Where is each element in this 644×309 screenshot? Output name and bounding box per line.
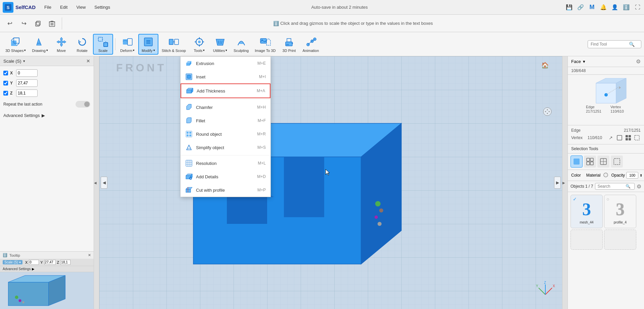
sel-arrow-icon[interactable]: ↗ (607, 134, 614, 141)
find-tool-search[interactable]: 🔍 (588, 40, 641, 48)
object-card-profile4[interactable]: ○ 3 profile_4 (604, 195, 636, 228)
menu-settings[interactable]: Settings (91, 3, 113, 11)
tool-utilities[interactable]: Utilities ▾ (210, 35, 230, 54)
utilities-icon (214, 36, 226, 48)
find-tool-input[interactable] (591, 42, 628, 47)
tool-3d-shapes[interactable]: 3D Shapes ▾ (3, 35, 29, 54)
tooltip-close[interactable]: ✕ (88, 253, 91, 257)
dropdown-resolution[interactable]: Resolution M+L (181, 157, 270, 170)
left-collapse-btn[interactable]: ◀ (94, 56, 99, 309)
logo-text: SelfCAD (15, 4, 36, 10)
viewport-left-nav[interactable]: ◀ (101, 177, 107, 189)
y-label: Y (10, 81, 14, 85)
sel-multi-btn[interactable] (584, 156, 596, 168)
dropdown-extrusion[interactable]: Extrusion M+E (181, 57, 270, 70)
tool-animation[interactable]: Animation (300, 35, 321, 54)
dropdown-simplify-object[interactable]: Simplify object M+S (181, 141, 270, 154)
add-thickness-label: Add Thickness (197, 88, 225, 94)
modify-label-row: Modify ▾ (142, 48, 155, 53)
dropdown-add-thickness[interactable]: Add Thickness M+A (181, 83, 270, 98)
menu-edit[interactable]: Edit (57, 3, 71, 11)
viewport-right-nav[interactable]: ▶ (554, 177, 561, 189)
sel-solid-btn[interactable] (611, 156, 623, 168)
gear-button[interactable]: ⚙ (636, 58, 641, 65)
tool-scale[interactable]: Scale (93, 34, 113, 55)
dropdown-inset[interactable]: Inset M+I (181, 70, 270, 83)
tool-stitch-scoop[interactable]: Stitch & Scoop (159, 35, 189, 54)
dropdown-cut-with-profile[interactable]: Cut with profile M+P (181, 183, 270, 197)
round-object-left: Round object (185, 130, 222, 138)
mini-advanced-caret: ▶ (32, 267, 35, 271)
dropdown-round-object[interactable]: Round object M+R (181, 127, 270, 141)
mini-y-input[interactable] (44, 260, 56, 265)
copy-button[interactable] (32, 18, 44, 29)
tool-tools[interactable]: Tools ▾ (189, 35, 209, 54)
opacity-input[interactable] (626, 172, 638, 179)
x-input[interactable] (16, 69, 38, 77)
object-card-mesh44[interactable]: ✓ 3 mesh_44 (571, 195, 603, 228)
material-button[interactable] (603, 172, 608, 179)
save-icon[interactable]: 💾 (565, 4, 573, 11)
y-checkbox[interactable] (3, 81, 8, 85)
info-icon[interactable]: ℹ️ (623, 4, 630, 11)
x-checkbox[interactable] (3, 71, 8, 75)
opacity-spinner[interactable]: ⬆ (640, 174, 642, 177)
left-nav-button[interactable]: ◀ (101, 177, 107, 189)
right-nav-button[interactable]: ▶ (554, 177, 561, 189)
z-input[interactable] (16, 89, 38, 97)
vertex-row: Vertex 110/610 ↗ (571, 134, 641, 141)
undo-button[interactable]: ↩ (4, 18, 15, 29)
profile-icon-m[interactable]: M (588, 4, 596, 11)
viewport[interactable]: FRONT 🏠 ◀ ▶ (99, 56, 562, 309)
svg-point-55 (543, 108, 551, 116)
close-panel-button[interactable]: ✕ (86, 58, 90, 64)
sel-dotted-icon[interactable] (633, 134, 641, 141)
viewport-home-button[interactable]: 🏠 (541, 62, 549, 69)
menu-file[interactable]: File (41, 3, 55, 11)
sel-box-icon[interactable] (616, 134, 623, 141)
fullscreen-icon[interactable]: ⛶ (634, 4, 641, 11)
mini-x-input[interactable] (29, 260, 39, 265)
sel-face-btn[interactable] (571, 156, 583, 168)
search-box[interactable]: 🔍 (595, 183, 635, 190)
svg-rect-95 (189, 132, 191, 134)
tool-move[interactable]: Move (51, 35, 71, 54)
material-label: Material (586, 173, 601, 178)
sel-wireframe-btn[interactable] (597, 156, 609, 168)
bell-icon[interactable]: 🔔 (600, 4, 607, 11)
z-checkbox[interactable] (3, 91, 8, 96)
y-input[interactable] (16, 79, 38, 87)
share-icon[interactable]: 🔗 (577, 4, 584, 11)
right-collapse-btn[interactable]: ▶ (562, 56, 567, 309)
mini-advanced-label: Advanced Settings (3, 267, 31, 271)
tool-deform[interactable]: Deform ▾ (117, 35, 138, 54)
search-input[interactable] (597, 184, 624, 189)
repeat-toggle[interactable] (76, 101, 90, 108)
inset-icon (185, 73, 193, 80)
dropdown-fillet[interactable]: Fillet M+F (181, 114, 270, 127)
delete-button[interactable] (46, 18, 58, 29)
user-icon[interactable]: 👤 (611, 4, 618, 11)
face-dropdown-arrow[interactable]: ▾ (583, 59, 585, 64)
objects-gear-button[interactable]: ⚙ (637, 183, 641, 190)
sel-grid-icon[interactable] (625, 134, 632, 141)
menu-view[interactable]: View (73, 3, 89, 11)
advanced-settings[interactable]: Advanced Settings ▶ (3, 112, 90, 119)
svg-rect-2 (36, 22, 39, 26)
tool-rotate[interactable]: Rotate (72, 35, 92, 54)
tool-modify[interactable]: Modify ▾ (138, 34, 158, 55)
camera-pan-icon[interactable] (543, 107, 552, 117)
tool-sculpting[interactable]: Sculpting (231, 35, 251, 54)
tool-drawing[interactable]: Drawing ▾ (29, 35, 50, 54)
dropdown-add-details[interactable]: + Add Details M+D (181, 170, 270, 183)
tool-image-to-3d[interactable]: Image To 3D (252, 35, 278, 54)
drawing-label-row: Drawing ▾ (32, 48, 48, 53)
mini-z-label: Z (57, 260, 59, 264)
object-card-empty-2 (604, 230, 636, 250)
edge-label: Edge (571, 128, 581, 133)
tool-3d-print[interactable]: 3D Print (279, 35, 299, 54)
dropdown-chamfer[interactable]: Chamfer M+H (181, 101, 270, 114)
cut-with-profile-label: Cut with profile (196, 188, 225, 193)
redo-button[interactable]: ↪ (18, 18, 30, 29)
mini-z-input[interactable] (60, 260, 70, 265)
